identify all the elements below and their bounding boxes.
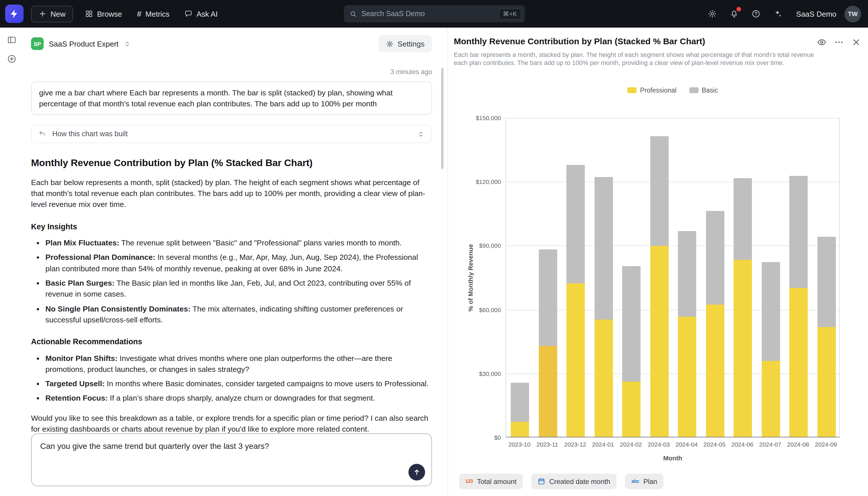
chat-scrollbar[interactable]: [441, 68, 444, 169]
bar-segment-basic-2024-04[interactable]: [678, 231, 696, 317]
how-chart-built-label: How this chart was built: [52, 130, 128, 138]
recommendations-list: Monitor Plan Shifts: Investigate what dr…: [31, 353, 432, 404]
new-thread-button[interactable]: [4, 51, 19, 66]
help-icon: [752, 9, 761, 18]
gear-icon: [708, 9, 717, 18]
agent-settings-button[interactable]: Settings: [379, 35, 432, 52]
agent-name: SaaS Product Expert: [49, 40, 118, 48]
y-tick-label: $90,000: [448, 242, 501, 249]
chat-message-area: 3 minutes ago give me a bar chart where …: [31, 60, 432, 433]
y-tick-label: $0: [448, 434, 501, 441]
bar-segment-basic-2024-05[interactable]: [706, 211, 724, 305]
bar-segment-professional-2023-10[interactable]: [511, 422, 529, 437]
bar-segment-professional-2024-04[interactable]: [678, 316, 696, 437]
bar-segment-professional-2024-09[interactable]: [817, 327, 836, 437]
bar-segment-basic-2024-01[interactable]: [595, 177, 613, 320]
bar-segment-professional-2024-05[interactable]: [706, 305, 724, 437]
bar-segment-basic-2024-03[interactable]: [650, 137, 669, 246]
app-window: New Browse # Metrics Ask AI Search SaaS …: [0, 0, 868, 496]
workspace-name[interactable]: SaaS Demo: [796, 10, 836, 18]
notification-dot: [737, 6, 741, 11]
header-right-group: SaaS Demo TW: [704, 5, 868, 22]
bar-segment-professional-2024-02[interactable]: [623, 381, 641, 437]
bar-segment-basic-2024-06[interactable]: [734, 178, 752, 260]
nav-metrics[interactable]: # Metrics: [130, 0, 177, 28]
nav-browse-label: Browse: [97, 10, 122, 18]
bar-segment-basic-2024-08[interactable]: [790, 176, 808, 288]
bar-segment-basic-2024-09[interactable]: [817, 236, 836, 327]
view-chart-button[interactable]: [815, 35, 829, 49]
gridline: [506, 118, 839, 119]
y-tick-label: $150,000: [448, 114, 501, 121]
chat-bubble-icon: [184, 10, 192, 18]
top-nav-bar: New Browse # Metrics Ask AI Search SaaS …: [0, 0, 868, 28]
search-placeholder: Search SaaS Demo: [361, 10, 494, 18]
ai-sparkles-button[interactable]: [770, 5, 786, 22]
gear-icon: [386, 40, 393, 47]
send-button[interactable]: [408, 464, 425, 480]
bar-segment-professional-2024-07[interactable]: [762, 361, 780, 437]
bar-segment-basic-2024-07[interactable]: [762, 262, 780, 361]
how-chart-built-toggle[interactable]: How this chart was built: [31, 125, 432, 143]
nav-ask-ai-label: Ask AI: [196, 10, 218, 18]
bullet-item: Targeted Upsell: In months where Basic d…: [45, 378, 432, 389]
agent-selector[interactable]: SP SaaS Product Expert: [31, 37, 131, 50]
answer-intro: Each bar below represents a month, split…: [31, 177, 432, 210]
user-message-card: give me a bar chart where Each bar repre…: [31, 81, 432, 115]
field-chip-plan[interactable]: abcPlan: [625, 474, 663, 489]
toggle-sidebar-button[interactable]: [4, 32, 19, 47]
number-field-icon: 123: [465, 479, 473, 484]
bar-segment-professional-2023-12[interactable]: [567, 283, 585, 437]
bar-segment-professional-2024-01[interactable]: [595, 320, 613, 437]
y-axis-title: % of Monthly Revenue: [467, 118, 474, 437]
bar-segment-professional-2023-11[interactable]: [539, 346, 557, 437]
bar-segment-basic-2023-11[interactable]: [539, 249, 557, 346]
x-axis-title: Month: [505, 455, 840, 462]
x-tick-label: 2023-11: [536, 441, 558, 448]
more-options-button[interactable]: [832, 35, 846, 49]
x-tick-label: 2024-08: [787, 441, 809, 448]
x-tick-label: 2024-03: [648, 441, 670, 448]
bullet-item: Monitor Plan Shifts: Investigate what dr…: [45, 353, 432, 375]
chart-panel-description: Each bar represents a month, stacked by …: [454, 50, 826, 67]
global-search[interactable]: Search SaaS Demo ⌘+K: [343, 5, 525, 22]
sparkles-icon: [773, 9, 783, 18]
field-chip-created-date-month[interactable]: Created date month: [531, 474, 616, 489]
chart-legend: ProfessionalBasic: [505, 87, 840, 94]
bar-segment-professional-2024-03[interactable]: [650, 246, 669, 437]
help-button[interactable]: [748, 5, 765, 22]
bar-segment-basic-2023-12[interactable]: [567, 165, 585, 283]
x-tick-label: 2024-06: [731, 441, 753, 448]
new-button[interactable]: New: [31, 5, 73, 22]
x-tick-label: 2024-09: [815, 441, 837, 448]
app-logo[interactable]: [5, 4, 23, 23]
x-tick-label: 2024-02: [620, 441, 642, 448]
legend-label: Basic: [702, 87, 718, 94]
agent-avatar: SP: [31, 37, 44, 50]
nav-ask-ai[interactable]: Ask AI: [177, 0, 225, 28]
field-chip-label: Total amount: [477, 477, 516, 485]
reply-arrow-icon: [38, 130, 47, 138]
field-chip-total-amount[interactable]: 123Total amount: [459, 474, 523, 489]
user-avatar[interactable]: TW: [845, 5, 861, 22]
agent-settings-label: Settings: [398, 40, 424, 48]
legend-item-basic[interactable]: Basic: [689, 87, 718, 94]
chat-input[interactable]: Can you give the same trend but quarterl…: [32, 434, 431, 486]
bar-segment-professional-2024-06[interactable]: [734, 260, 752, 437]
x-tick-label: 2024-04: [676, 441, 698, 448]
nav-browse[interactable]: Browse: [78, 0, 130, 28]
legend-swatch: [689, 87, 698, 93]
close-panel-button[interactable]: [849, 35, 863, 49]
settings-gear-button[interactable]: [704, 5, 721, 22]
notifications-button[interactable]: [726, 5, 743, 22]
bar-segment-basic-2024-02[interactable]: [623, 266, 641, 381]
message-timestamp: 3 minutes ago: [31, 60, 432, 77]
legend-label: Professional: [640, 87, 677, 94]
legend-item-professional[interactable]: Professional: [628, 87, 677, 94]
bar-segment-professional-2024-08[interactable]: [790, 288, 808, 437]
grid-icon: [85, 10, 93, 18]
nav-metrics-label: Metrics: [145, 10, 170, 18]
bullet-item: Plan Mix Fluctuates: The revenue split b…: [45, 237, 432, 249]
answer-title: Monthly Revenue Contribution by Plan (% …: [31, 156, 432, 170]
bar-segment-basic-2023-10[interactable]: [511, 383, 529, 422]
